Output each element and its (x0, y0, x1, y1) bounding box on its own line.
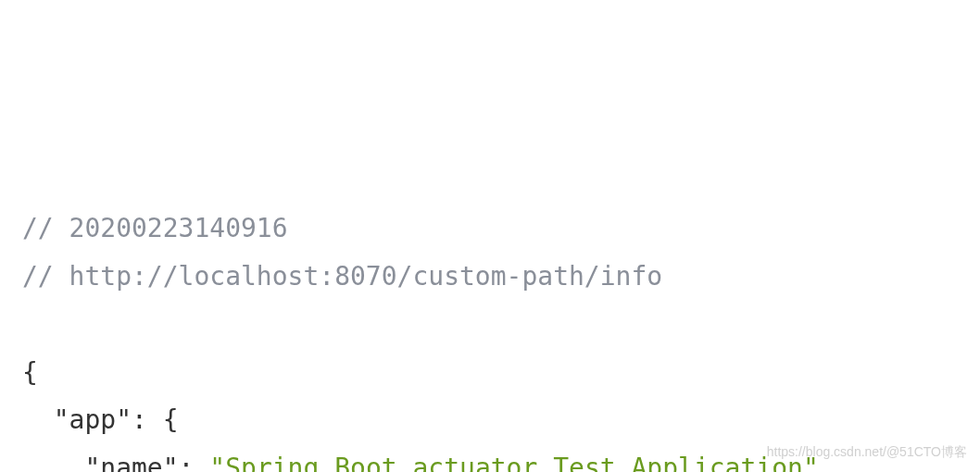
comment-url: // http://localhost:8070/custom-path/inf… (22, 261, 662, 292)
code-block: // 20200223140916 // http://localhost:80… (22, 205, 958, 472)
comment-timestamp: // 20200223140916 (22, 213, 288, 243)
watermark-text: https://blog.csdn.net/@51CTO博客 (767, 441, 967, 465)
colon: : (179, 453, 195, 472)
json-key-name: "name" (84, 453, 178, 472)
json-app-open-brace: { (163, 404, 179, 435)
json-value-name: "Spring Boot actuator Test Application" (209, 453, 818, 472)
json-open-brace: { (22, 357, 38, 388)
colon: : (132, 404, 147, 435)
json-key-app: "app" (54, 404, 132, 435)
